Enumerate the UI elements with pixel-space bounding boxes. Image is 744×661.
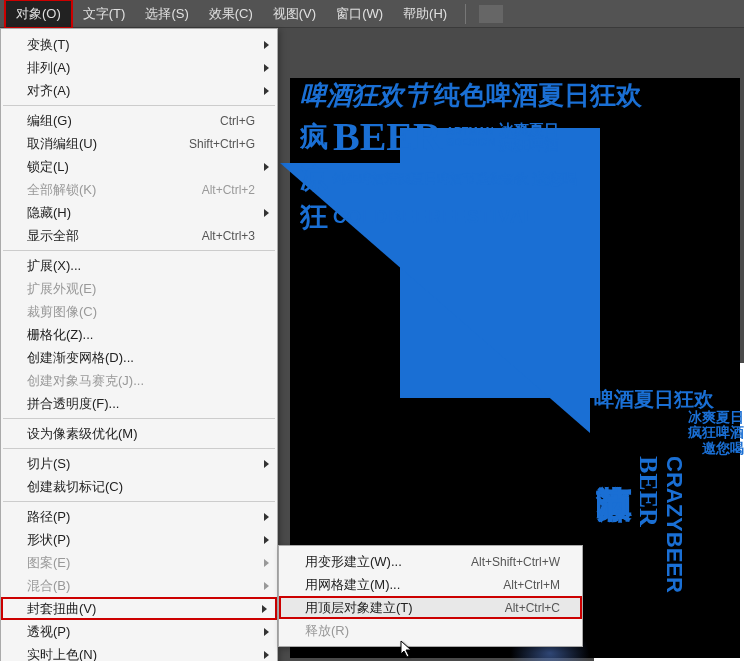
txt: 啤酒夏日狂欢 <box>594 388 744 410</box>
chevron-right-icon <box>264 559 269 567</box>
shortcut: Ctrl+G <box>220 114 255 128</box>
shortcut: Alt+Ctrl+2 <box>202 183 255 197</box>
label: 排列(A) <box>27 59 70 77</box>
separator <box>3 418 275 419</box>
txt: 狂 <box>300 198 329 236</box>
label: 设为像素级优化(M) <box>27 425 138 443</box>
chevron-right-icon <box>264 460 269 468</box>
mi-arrange[interactable]: 排列(A) <box>1 56 277 79</box>
mi-slice[interactable]: 切片(S) <box>1 452 277 475</box>
mi-make-with-top-object[interactable]: 用顶层对象建立(T)Alt+Ctrl+C <box>279 596 582 619</box>
label: 用顶层对象建立(T) <box>305 599 413 617</box>
label: 锁定(L) <box>27 158 69 176</box>
separator <box>3 448 275 449</box>
cursor-icon <box>400 640 414 658</box>
txt: 凉 <box>300 160 329 198</box>
menu-effect[interactable]: 效果(C) <box>199 1 263 27</box>
label: 显示全部 <box>27 227 79 245</box>
mi-gradient-mesh[interactable]: 创建渐变网格(D)... <box>1 346 277 369</box>
shortcut: Alt+Ctrl+3 <box>202 229 255 243</box>
txt: CRAZYBEER <box>662 456 686 656</box>
txt: ARTMAN <box>446 126 496 137</box>
mi-group[interactable]: 编组(G)Ctrl+G <box>1 109 277 132</box>
mi-flatten-trans[interactable]: 拼合透明度(F)... <box>1 392 277 415</box>
chevron-right-icon <box>264 628 269 636</box>
mi-shape[interactable]: 形状(P) <box>1 528 277 551</box>
txt: SDESIGN <box>446 137 496 148</box>
label: 变换(T) <box>27 36 70 54</box>
divider <box>465 4 466 24</box>
mi-path[interactable]: 路径(P) <box>1 505 277 528</box>
chevron-right-icon <box>264 536 269 544</box>
label: 拼合透明度(F)... <box>27 395 119 413</box>
chevron-right-icon <box>264 651 269 659</box>
chevron-right-icon <box>264 87 269 95</box>
mi-unlock-all: 全部解锁(K)Alt+Ctrl+2 <box>1 178 277 201</box>
envelope-submenu: 用变形建立(W)...Alt+Shift+Ctrl+W 用网格建立(M)...A… <box>278 545 583 647</box>
label: 创建渐变网格(D)... <box>27 349 134 367</box>
txt: 冰爽啤酒节 <box>594 456 634 656</box>
mi-pixel-perfect[interactable]: 设为像素级优化(M) <box>1 422 277 445</box>
separator <box>3 250 275 251</box>
label: 形状(P) <box>27 531 70 549</box>
menu-object[interactable]: 对象(O) <box>4 0 73 29</box>
mi-envelope-distort[interactable]: 封套扭曲(V) <box>1 597 277 620</box>
tool-icon[interactable] <box>479 5 503 23</box>
txt: 邀您喝 <box>532 170 577 189</box>
mi-transform[interactable]: 变换(T) <box>1 33 277 56</box>
label: 图案(E) <box>27 554 70 572</box>
mi-release: 释放(R) <box>279 619 582 642</box>
label: 隐藏(H) <box>27 204 71 222</box>
mi-ungroup[interactable]: 取消编组(U)Shift+Ctrl+G <box>1 132 277 155</box>
menu-help[interactable]: 帮助(H) <box>393 1 457 27</box>
mi-crop-image: 裁剪图像(C) <box>1 300 277 323</box>
menu-select[interactable]: 选择(S) <box>135 1 198 27</box>
label: 扩展(X)... <box>27 257 81 275</box>
txt: 啤酒狂欢节 <box>300 80 430 110</box>
txt: 纯色啤酒夏日狂欢 <box>434 80 642 110</box>
menu-view[interactable]: 视图(V) <box>263 1 326 27</box>
separator <box>3 105 275 106</box>
menu-text[interactable]: 文字(T) <box>73 1 136 27</box>
mi-align[interactable]: 对齐(A) <box>1 79 277 102</box>
label: 释放(R) <box>305 622 349 640</box>
label: 栅格化(Z)... <box>27 326 93 344</box>
label: 透视(P) <box>27 623 70 641</box>
label: 创建裁切标记(C) <box>27 478 123 496</box>
label: 用网格建立(M)... <box>305 576 400 594</box>
mi-trim-marks[interactable]: 创建裁切标记(C) <box>1 475 277 498</box>
txt: 冰爽夏日 <box>499 122 559 137</box>
menu-window[interactable]: 窗口(W) <box>326 1 393 27</box>
label: 对齐(A) <box>27 82 70 100</box>
label: 路径(P) <box>27 508 70 526</box>
mi-perspective[interactable]: 透视(P) <box>1 620 277 643</box>
mi-blend: 混合(B) <box>1 574 277 597</box>
chevron-right-icon <box>264 513 269 521</box>
label: 编组(G) <box>27 112 72 130</box>
txt: 冰爽夏日 <box>594 410 744 425</box>
mi-show-all[interactable]: 显示全部Alt+Ctrl+3 <box>1 224 277 247</box>
menubar: 对象(O) 文字(T) 选择(S) 效果(C) 视图(V) 窗口(W) 帮助(H… <box>0 0 744 28</box>
mi-lock[interactable]: 锁定(L) <box>1 155 277 178</box>
poster-text-right: 啤酒夏日狂欢 冰爽夏日 疯狂啤酒 邀您喝 冰爽啤酒节 BEER CRAZYBEE… <box>594 388 744 656</box>
txt: 纯生啤酒清爽夏日啤酒节邀您畅饮 <box>333 170 528 188</box>
mi-live-paint[interactable]: 实时上色(N) <box>1 643 277 661</box>
chevron-right-icon <box>264 209 269 217</box>
label: 取消编组(U) <box>27 135 97 153</box>
label: 混合(B) <box>27 577 70 595</box>
shortcut: Alt+Ctrl+M <box>503 578 560 592</box>
chevron-right-icon <box>264 582 269 590</box>
txt: 疯 <box>300 118 329 156</box>
mi-hide[interactable]: 隐藏(H) <box>1 201 277 224</box>
txt: BEER <box>333 113 442 160</box>
label: 用变形建立(W)... <box>305 553 402 571</box>
mi-make-with-warp[interactable]: 用变形建立(W)...Alt+Shift+Ctrl+W <box>279 550 582 573</box>
mi-rasterize[interactable]: 栅格化(Z)... <box>1 323 277 346</box>
mi-expand[interactable]: 扩展(X)... <box>1 254 277 277</box>
chevron-right-icon <box>262 605 267 613</box>
shortcut: Shift+Ctrl+G <box>189 137 255 151</box>
mi-make-with-mesh[interactable]: 用网格建立(M)...Alt+Ctrl+M <box>279 573 582 596</box>
txt: BEER <box>634 456 663 656</box>
txt: 疯狂啤酒 <box>499 137 559 152</box>
label: 扩展外观(E) <box>27 280 96 298</box>
